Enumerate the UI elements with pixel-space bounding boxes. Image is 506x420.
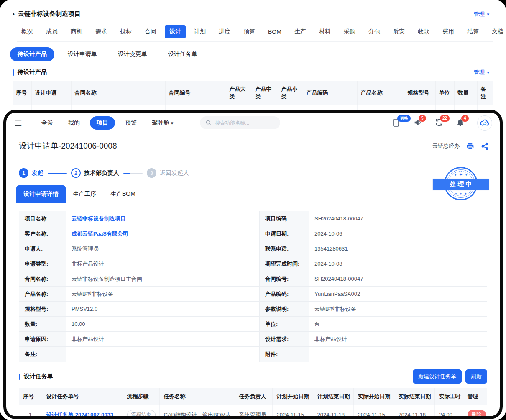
field-value: 云链B型非标设备 xyxy=(309,302,487,317)
subtab-design-requests[interactable]: 设计申请单 xyxy=(60,47,105,61)
nav-item-alerts[interactable]: 预警 xyxy=(120,117,142,129)
bell-icon[interactable]: 4 xyxy=(456,118,466,128)
tab-documents[interactable]: 文档 xyxy=(487,25,506,38)
tab-production-process[interactable]: 生产工序 xyxy=(66,185,103,203)
nav-item-project[interactable]: 项目 xyxy=(90,116,115,130)
tab-progress[interactable]: 进度 xyxy=(214,25,235,38)
tab-subcontract[interactable]: 分包 xyxy=(364,25,385,38)
field-label: 数量: xyxy=(19,317,66,332)
search-box[interactable] xyxy=(200,116,280,129)
nav-item-panorama[interactable]: 全景 xyxy=(36,117,58,129)
menu-icon[interactable]: ☰ xyxy=(15,119,22,127)
col-seq: 序号 xyxy=(19,388,42,405)
search-input[interactable] xyxy=(215,120,273,126)
col-remark: 备注 xyxy=(477,81,493,105)
field-label: 设计需求: xyxy=(260,332,309,347)
section-manage-dropdown[interactable]: 管理 ▾ xyxy=(474,69,489,76)
tab-bom[interactable]: BOM xyxy=(263,26,286,38)
subtab-design-changes[interactable]: 设计变更单 xyxy=(110,47,155,61)
tab-request-details[interactable]: 设计申请详情 xyxy=(16,185,66,203)
col-cat-major: 产品大类 xyxy=(226,81,252,105)
tab-production[interactable]: 生产 xyxy=(290,25,311,38)
share-icon[interactable] xyxy=(481,142,489,150)
col-task-no: 设计任务单号 xyxy=(42,388,123,405)
customer-name-link[interactable]: 成都云链PaaS有限公司 xyxy=(66,226,260,241)
tab-design[interactable]: 设计 xyxy=(165,25,186,38)
tab-contract[interactable]: 合同 xyxy=(140,25,161,38)
tab-procurement[interactable]: 采购 xyxy=(339,25,360,38)
tab-receipts[interactable]: 收款 xyxy=(413,25,434,38)
step-return-initiator: 3 返回发起人 xyxy=(147,168,189,178)
sync-badge: 22 xyxy=(440,115,450,122)
print-icon[interactable] xyxy=(466,142,474,150)
col-flow-step: 流程步骤 xyxy=(123,388,159,405)
task-buttons: 新建设计任务单 刷新 xyxy=(413,369,487,384)
field-label: 单位: xyxy=(260,317,309,332)
tab-bidding[interactable]: 投标 xyxy=(115,25,136,38)
tab-budget[interactable]: 预算 xyxy=(239,25,260,38)
section-bar-icon xyxy=(13,69,14,76)
col-cat-small: 产品小类 xyxy=(278,81,303,105)
field-value: YunLianPaaSA002 xyxy=(309,287,487,302)
table-header-row: 序号 设计任务单号 流程步骤 任务名称 任务负责人 计划开始日期 计划结束日期 … xyxy=(19,388,487,405)
nav-menu: 全景 我的 项目 预警 驾驶舱 ▾ xyxy=(36,116,178,130)
step-number: 1 xyxy=(19,168,28,178)
field-label: 备注: xyxy=(19,347,66,362)
field-value: 10.00 xyxy=(66,317,260,332)
request-fields-grid: 项目名称: 云链非标设备制造项目 项目编码: SH20240418-00047 … xyxy=(19,211,487,362)
col-cat-mid: 产品中类 xyxy=(252,81,278,105)
project-manage-dropdown[interactable]: 管理 ▾ xyxy=(474,10,489,18)
field-label: 规格型号: xyxy=(19,302,66,317)
tab-members[interactable]: 成员 xyxy=(41,25,62,38)
tab-expenses[interactable]: 费用 xyxy=(438,25,459,38)
tab-opportunity[interactable]: 商机 xyxy=(66,25,87,38)
field-label: 产品编码: xyxy=(260,287,309,302)
field-label: 项目名称: xyxy=(19,211,66,226)
new-design-task-button[interactable]: 新建设计任务单 xyxy=(413,369,462,384)
tab-production-bom[interactable]: 生产BOM xyxy=(103,185,143,203)
sync-icon[interactable]: 22 xyxy=(434,118,445,128)
announcement-icon[interactable]: 5 xyxy=(413,118,423,128)
bell-badge: 4 xyxy=(461,115,469,122)
cell-actual-start: 2024-11-15 xyxy=(353,405,394,419)
nav-item-mine[interactable]: 我的 xyxy=(63,117,85,129)
bullet-icon: • xyxy=(13,11,15,18)
refresh-button[interactable]: 刷新 xyxy=(465,369,487,384)
tab-overview[interactable]: 概况 xyxy=(17,25,38,38)
step-tech-lead: 2 技术部负责人 xyxy=(71,168,119,178)
cell-seq: 1 xyxy=(19,405,42,419)
subtab-pending-products[interactable]: 待设计产品 xyxy=(10,47,54,61)
field-label: 申请人: xyxy=(19,241,66,256)
nav-item-cockpit[interactable]: 驾驶舱 ▾ xyxy=(147,117,178,129)
tab-quality[interactable]: 质安 xyxy=(388,25,409,38)
design-task-link[interactable]: 设计任务单-20241007-0033 xyxy=(46,412,113,418)
switch-device-icon[interactable]: 切换 xyxy=(392,118,402,128)
task-no-link: 设计任务单-20241007-0033 xyxy=(42,405,123,419)
section-bar-icon xyxy=(19,374,20,380)
flow-finished-badge: 流程结束 xyxy=(127,410,156,419)
cell-actual-hours: 24.00 xyxy=(434,405,463,419)
delete-button[interactable]: 删除 xyxy=(468,410,486,419)
field-value: 云链非标设备制造项目主合同 xyxy=(66,271,260,287)
field-label: 项目编码: xyxy=(260,211,309,226)
tab-requirements[interactable]: 需求 xyxy=(91,25,112,38)
step-connector xyxy=(48,173,67,174)
field-label: 期望完成时间: xyxy=(260,256,309,271)
project-name-link[interactable]: 云链非标设备制造项目 xyxy=(66,211,260,226)
tab-settlement[interactable]: 结算 xyxy=(463,25,483,38)
subtab-design-tasks[interactable]: 设计任务单 xyxy=(161,47,205,61)
page-title: 设计申请单-20241006-0008 xyxy=(19,141,117,151)
col-plan-end: 计划结束日期 xyxy=(313,388,353,405)
field-value: 13541280631 xyxy=(309,241,487,256)
avatar[interactable] xyxy=(477,115,492,131)
top-navbar: ☰ 全景 我的 项目 预警 驾驶舱 ▾ 切换 5 xyxy=(6,113,500,133)
switch-badge: 切换 xyxy=(397,115,411,122)
cloud-logo-icon xyxy=(479,118,490,128)
step-label: 返回发起人 xyxy=(160,169,189,177)
col-owner: 任务负责人 xyxy=(235,388,272,405)
workflow-steps: 1 发起 2 技术部负责人 3 返回发起人 xyxy=(6,158,500,179)
tab-plan[interactable]: 计划 xyxy=(189,25,210,38)
tab-materials[interactable]: 材料 xyxy=(314,25,335,38)
project-titlebar: • 云链非标设备制造项目 管理 ▾ xyxy=(0,0,506,18)
col-plan-start: 计划开始日期 xyxy=(272,388,313,405)
